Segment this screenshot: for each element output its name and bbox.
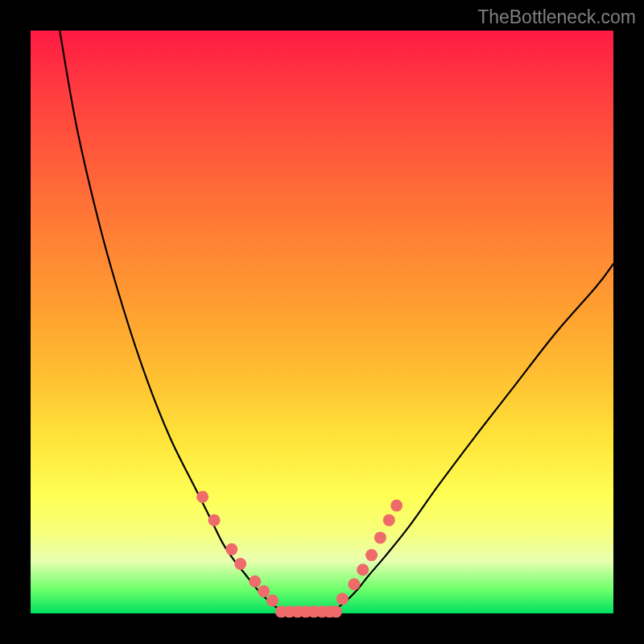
- bottom-bead-7: [330, 605, 342, 617]
- right-marker-4: [374, 531, 386, 543]
- marker-group: [196, 491, 402, 618]
- watermark-text: TheBottleneck.com: [477, 6, 636, 28]
- chart-frame: TheBottleneck.com: [0, 0, 644, 644]
- left-marker-3: [234, 558, 246, 570]
- right-marker-2: [357, 564, 369, 576]
- bottleneck-curve: [60, 31, 613, 613]
- left-marker-5: [258, 585, 270, 597]
- left-marker-6: [266, 595, 279, 607]
- left-marker-1: [208, 514, 221, 526]
- left-marker-2: [225, 543, 237, 555]
- right-marker-3: [365, 549, 378, 561]
- left-marker-0: [196, 491, 208, 503]
- left-marker-4: [249, 576, 261, 588]
- plot-area: [31, 31, 613, 613]
- curve-group: [60, 31, 613, 613]
- right-marker-0: [336, 592, 349, 605]
- right-marker-5: [383, 514, 395, 526]
- right-marker-6: [390, 500, 402, 512]
- chart-svg: [31, 31, 613, 613]
- right-marker-1: [348, 578, 360, 590]
